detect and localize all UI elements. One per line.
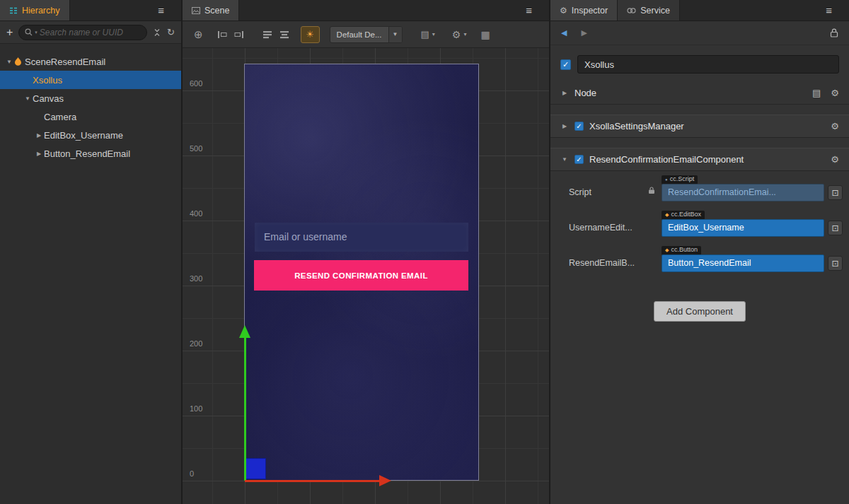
expand-arrow-icon[interactable]: ▶ — [560, 123, 569, 129]
tab-service[interactable]: Service — [618, 0, 680, 20]
game-canvas[interactable]: Email or username RESEND CONFIRMATION EM… — [244, 64, 479, 481]
type-badge: ◆ cc.EditBox — [662, 211, 705, 220]
search-filter-caret-icon[interactable]: ▾ — [35, 30, 37, 35]
distribute-horizontal-icon[interactable] — [262, 30, 272, 39]
service-icon — [627, 7, 636, 14]
tree-item-button-resendemail[interactable]: ▶ Button_ResendEmail — [0, 144, 181, 163]
scene-tab-label: Scene — [204, 6, 229, 16]
type-badge-label: cc.EditBox — [671, 211, 701, 218]
origin-handle[interactable] — [245, 458, 266, 479]
script-reference-field: ResendConfirmationEmai... — [662, 184, 824, 201]
button-type-diamond-icon: ◆ — [665, 247, 669, 253]
reference-picker-button[interactable]: ⊡ — [828, 256, 843, 271]
tab-inspector[interactable]: ⚙ Inspector — [550, 0, 618, 20]
gear-icon[interactable]: ⚙ — [831, 121, 839, 131]
property-label: ResendEmailB... — [569, 258, 635, 268]
email-editbox[interactable]: Email or username — [255, 223, 468, 252]
check-icon: ✓ — [562, 60, 569, 69]
node-active-checkbox[interactable]: ✓ — [560, 59, 571, 70]
tree-item-editbox-username[interactable]: ▶ EditBox_Username — [0, 126, 181, 144]
chevron-down-icon: ▼ — [388, 27, 402, 42]
gear-icon[interactable]: ⚙ — [831, 88, 839, 98]
component-header-xsollasettingsmanager[interactable]: ▶ ✓ XsollaSettingsManager ⚙ — [550, 115, 849, 138]
gear-icon: ⚙ — [452, 29, 461, 40]
expand-arrow-icon[interactable]: ▼ — [560, 156, 569, 163]
hierarchy-search-input[interactable] — [40, 28, 141, 37]
ruler-label: 100 — [190, 404, 211, 413]
component-enabled-checkbox[interactable]: ✓ — [574, 122, 584, 131]
inspector-nav: ◀ ▶ — [550, 21, 849, 45]
canvas-grid-icon[interactable]: ▦ — [480, 29, 490, 40]
gizmo-light-toggle[interactable]: ☀ — [301, 26, 320, 43]
design-resolution-dropdown[interactable]: Default De... ▼ — [330, 26, 403, 43]
tree-item-label: Camera — [44, 112, 76, 122]
picker-icon: ⊡ — [831, 259, 838, 269]
sun-icon: ☀ — [306, 29, 314, 40]
component-enabled-checkbox[interactable]: ✓ — [574, 155, 584, 164]
check-icon: ✓ — [576, 156, 582, 163]
layout-dropdown[interactable]: ▤ ▾ — [421, 29, 435, 40]
expand-arrow-icon[interactable]: ▶ — [34, 151, 44, 157]
distribute-vertical-icon[interactable] — [279, 30, 289, 39]
gizmo-x-axis-arrowhead-icon — [379, 475, 391, 486]
gear-icon[interactable]: ⚙ — [831, 154, 839, 165]
reference-picker-button[interactable]: ⊡ — [828, 221, 843, 235]
node-name-input[interactable] — [577, 55, 839, 74]
nav-back-icon[interactable]: ◀ — [561, 28, 567, 37]
reference-picker-button[interactable]: ⊡ — [828, 185, 843, 200]
lock-icon[interactable] — [830, 28, 838, 37]
expand-arrow-icon[interactable]: ▼ — [4, 59, 14, 65]
scene-viewport[interactable]: 600 500 400 300 200 100 0 Email or usern… — [183, 48, 549, 504]
hierarchy-toolbar: + ▾ ↻ — [0, 21, 181, 44]
scene-tab-icon — [192, 7, 200, 14]
chevron-down-icon: ▾ — [463, 31, 466, 37]
cocos-editor: Hierarchy ≡ + ▾ ↻ ▼ — [0, 0, 849, 504]
tree-item-canvas[interactable]: ▼ Canvas — [0, 89, 181, 107]
editbox-reference-field[interactable]: EditBox_Username — [662, 219, 824, 237]
expand-arrow-icon[interactable]: ▶ — [34, 132, 44, 139]
check-icon: ✓ — [576, 122, 582, 130]
align-left-edge-icon[interactable] — [217, 30, 227, 39]
editbox-reference-value: EditBox_Username — [668, 223, 744, 233]
expand-arrow-icon[interactable]: ▼ — [23, 95, 33, 102]
button-reference-field[interactable]: Button_ResendEmail — [662, 254, 824, 272]
refresh-icon[interactable]: ↻ — [167, 28, 175, 37]
type-badge: ● cc.Script — [662, 175, 698, 184]
add-component-button[interactable]: Add Component — [654, 301, 746, 322]
property-label: Script — [569, 187, 591, 197]
tree-item-xsollus[interactable]: Xsollus — [0, 71, 181, 89]
hierarchy-menu-icon[interactable]: ≡ — [155, 4, 167, 16]
hierarchy-header: Hierarchy ≡ — [0, 0, 181, 21]
tree-item-camera[interactable]: Camera — [0, 107, 181, 126]
expand-arrow-icon[interactable]: ▶ — [560, 90, 569, 96]
scene-asset-icon — [15, 57, 21, 66]
type-badge-label: cc.Button — [671, 247, 698, 254]
nav-forward-icon[interactable]: ▶ — [581, 28, 587, 37]
zoom-icon[interactable]: ⊕ — [194, 28, 203, 41]
design-resolution-value: Default De... — [330, 30, 388, 39]
button-reference-value: Button_ResendEmail — [668, 258, 751, 268]
node-section-header[interactable]: ▶ Node ▤ ⚙ — [550, 82, 849, 105]
resend-confirmation-button[interactable]: RESEND CONFIRMATION EMAIL — [254, 260, 468, 291]
align-right-edge-icon[interactable] — [234, 30, 244, 39]
property-row-resend-button: ResendEmailB... ◆ cc.Button Button_Resen… — [560, 246, 839, 281]
scene-settings-dropdown[interactable]: ⚙ ▾ — [452, 29, 467, 40]
gizmo-y-axis[interactable] — [244, 338, 246, 481]
inspector-menu-icon[interactable]: ≡ — [823, 4, 835, 16]
inspector-header: ⚙ Inspector Service ≡ — [550, 0, 849, 21]
editbox-type-diamond-icon: ◆ — [665, 212, 669, 218]
hierarchy-tree: ▼ SceneResendEmail Xsollus ▼ Canvas Came… — [0, 44, 181, 163]
tree-item-sceneresendemail[interactable]: ▼ SceneResendEmail — [0, 52, 181, 71]
create-node-button[interactable]: + — [6, 27, 13, 38]
resend-button-label: RESEND CONFIRMATION EMAIL — [294, 271, 428, 280]
gizmo-x-axis[interactable] — [245, 480, 379, 482]
scene-menu-icon[interactable]: ≡ — [523, 4, 535, 16]
script-type-dot-icon: ● — [665, 177, 668, 182]
tab-hierarchy[interactable]: Hierarchy — [0, 0, 70, 20]
book-icon[interactable]: ▤ — [812, 88, 821, 98]
tab-scene[interactable]: Scene — [183, 0, 239, 20]
collapse-all-icon[interactable] — [153, 28, 161, 37]
component-header-resendconfirmationemailcomponent[interactable]: ▼ ✓ ResendConfirmationEmailComponent ⚙ — [550, 148, 849, 171]
search-icon — [25, 28, 33, 36]
hierarchy-search[interactable]: ▾ — [18, 25, 147, 40]
